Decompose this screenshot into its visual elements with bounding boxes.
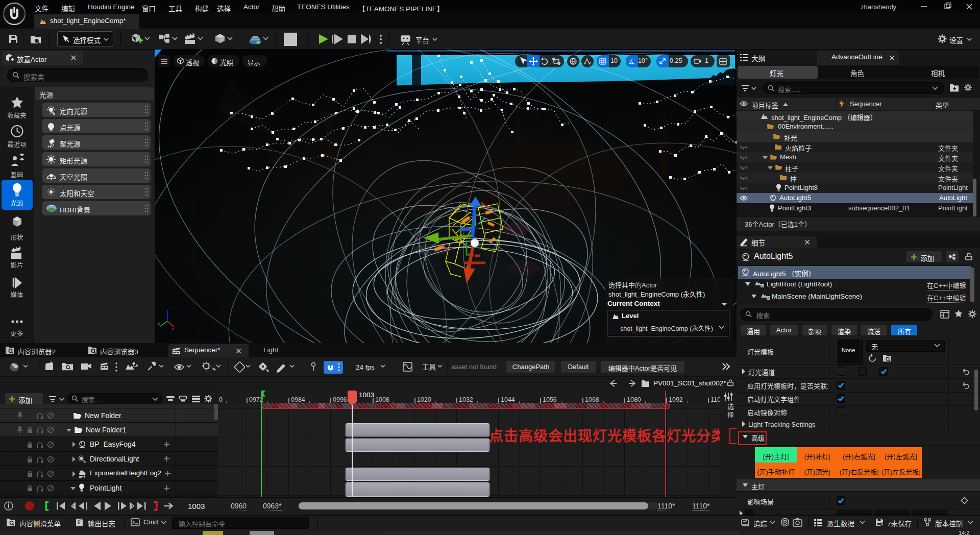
svg-text:1003: 1003	[188, 502, 205, 510]
svg-text:y: y	[158, 321, 160, 326]
svg-text:C: C	[768, 297, 770, 300]
svg-text:24 fps: 24 fps	[356, 363, 375, 371]
svg-text:x: x	[172, 326, 174, 331]
svg-text:asset not found: asset not found	[451, 363, 497, 371]
svg-text:C: C	[762, 284, 764, 287]
svg-text:z: z	[169, 305, 172, 310]
svg-text:工具: 工具	[422, 363, 436, 371]
